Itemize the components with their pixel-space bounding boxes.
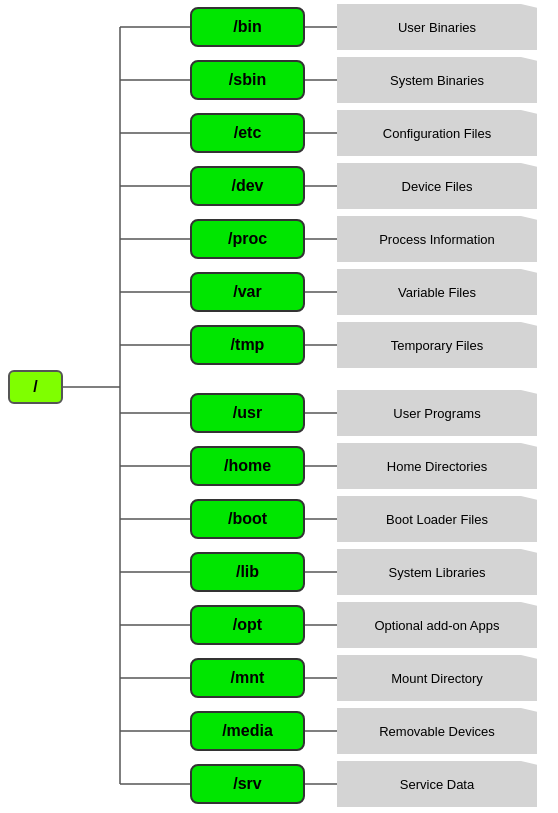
- dir-node-lib: /lib: [190, 552, 305, 592]
- desc-node-opt: Optional add-on Apps: [337, 602, 537, 648]
- desc-node-home: Home Directories: [337, 443, 537, 489]
- dir-node-sbin: /sbin: [190, 60, 305, 100]
- desc-node-sbin: System Binaries: [337, 57, 537, 103]
- dir-node-tmp: /tmp: [190, 325, 305, 365]
- desc-node-dev: Device Files: [337, 163, 537, 209]
- desc-node-etc: Configuration Files: [337, 110, 537, 156]
- dir-node-proc: /proc: [190, 219, 305, 259]
- dir-node-var: /var: [190, 272, 305, 312]
- desc-node-boot: Boot Loader Files: [337, 496, 537, 542]
- desc-node-media: Removable Devices: [337, 708, 537, 754]
- desc-node-bin: User Binaries: [337, 4, 537, 50]
- dir-node-opt: /opt: [190, 605, 305, 645]
- root-node: /: [8, 370, 63, 404]
- desc-node-usr: User Programs: [337, 390, 537, 436]
- desc-node-tmp: Temporary Files: [337, 322, 537, 368]
- dir-node-home: /home: [190, 446, 305, 486]
- dir-node-mnt: /mnt: [190, 658, 305, 698]
- desc-node-srv: Service Data: [337, 761, 537, 807]
- dir-node-srv: /srv: [190, 764, 305, 804]
- dir-node-etc: /etc: [190, 113, 305, 153]
- desc-node-proc: Process Information: [337, 216, 537, 262]
- diagram: / /binUser Binaries/sbinSystem Binaries/…: [0, 0, 558, 813]
- dir-node-usr: /usr: [190, 393, 305, 433]
- dir-node-bin: /bin: [190, 7, 305, 47]
- dir-node-media: /media: [190, 711, 305, 751]
- desc-node-lib: System Libraries: [337, 549, 537, 595]
- desc-node-var: Variable Files: [337, 269, 537, 315]
- dir-node-dev: /dev: [190, 166, 305, 206]
- dir-node-boot: /boot: [190, 499, 305, 539]
- desc-node-mnt: Mount Directory: [337, 655, 537, 701]
